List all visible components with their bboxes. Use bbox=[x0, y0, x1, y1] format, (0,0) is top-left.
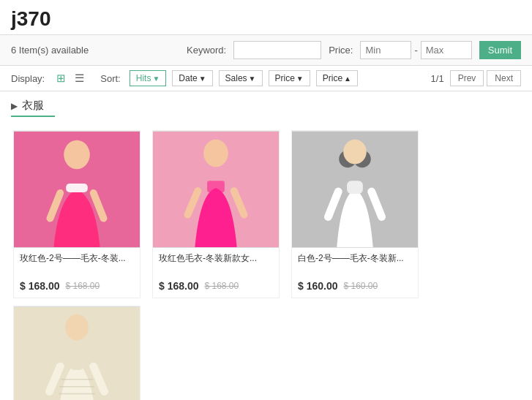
svg-rect-7 bbox=[207, 181, 225, 192]
product-info: 玫红色-2号——毛衣-冬装... $ 168.00 $ 168.00 bbox=[14, 248, 140, 298]
pagination: 1/1 Prev Next bbox=[431, 70, 521, 86]
next-page-button[interactable]: Next bbox=[487, 70, 521, 86]
keyword-label: Keyword: bbox=[187, 45, 226, 56]
product-info: 白色-2号——毛衣-冬装新... $ 160.00 $ 160.00 bbox=[292, 248, 418, 298]
category-underline bbox=[11, 116, 55, 117]
svg-point-14 bbox=[343, 140, 367, 165]
product-card[interactable]: 玫红色-2号——毛衣-冬装... $ 168.00 $ 168.00 bbox=[13, 130, 141, 298]
product-prices: $ 160.00 $ 160.00 bbox=[298, 280, 412, 292]
product-card[interactable]: 玫红色毛衣-冬装新款女... $ 168.00 $ 168.00 bbox=[152, 130, 280, 298]
display-icons: ⊞ ☰ bbox=[53, 70, 87, 86]
sort-price-desc-button[interactable]: Price ▲ bbox=[316, 70, 358, 86]
submit-button[interactable]: Sumit bbox=[479, 41, 521, 59]
product-image bbox=[14, 306, 140, 400]
product-card[interactable]: 白色-2号——毛衣-冬装新... $ 160.00 $ 160.00 bbox=[291, 130, 419, 298]
prev-page-button[interactable]: Prev bbox=[450, 70, 484, 86]
product-grid: 玫红色-2号——毛衣-冬装... $ 168.00 $ 168.00 玫红色毛衣… bbox=[0, 123, 532, 400]
product-image bbox=[14, 131, 140, 248]
available-count: 6 Item(s) available bbox=[11, 45, 89, 56]
page-title: j370 bbox=[11, 7, 521, 31]
svg-rect-2 bbox=[66, 184, 88, 192]
price-min-input[interactable] bbox=[360, 41, 411, 59]
category-name: 衣服 bbox=[22, 99, 44, 113]
sort-bar: Display: ⊞ ☰ Sort: Hits ▼ Date ▼ Sales ▼… bbox=[0, 66, 532, 91]
product-price: $ 168.00 bbox=[159, 280, 199, 292]
sort-label: Sort: bbox=[100, 73, 120, 84]
product-image bbox=[153, 131, 279, 248]
svg-point-19 bbox=[65, 314, 89, 341]
grid-view-icon[interactable]: ⊞ bbox=[53, 70, 69, 86]
product-original-price: $ 168.00 bbox=[205, 281, 239, 291]
page-info: 1/1 bbox=[431, 73, 444, 84]
price-separator: - bbox=[414, 45, 417, 56]
svg-rect-15 bbox=[347, 181, 363, 194]
product-name: 白色-2号——毛衣-冬装新... bbox=[298, 252, 412, 276]
product-prices: $ 168.00 $ 168.00 bbox=[20, 280, 134, 292]
price-range: - bbox=[360, 41, 471, 59]
category-expand-icon[interactable]: ▶ bbox=[11, 101, 18, 111]
svg-point-6 bbox=[203, 140, 228, 167]
price-label: Price: bbox=[329, 45, 353, 56]
product-name: 玫红色-2号——毛衣-冬装... bbox=[20, 252, 134, 276]
product-price: $ 160.00 bbox=[298, 280, 338, 292]
keyword-input[interactable] bbox=[233, 41, 321, 59]
product-info: 玫红色毛衣-冬装新款女... $ 168.00 $ 168.00 bbox=[153, 248, 279, 298]
page-header: j370 bbox=[0, 0, 532, 34]
product-prices: $ 168.00 $ 168.00 bbox=[159, 280, 273, 292]
display-label: Display: bbox=[11, 73, 45, 84]
sort-sales-button[interactable]: Sales ▼ bbox=[219, 70, 263, 86]
product-image bbox=[292, 131, 418, 248]
product-name: 玫红色毛衣-冬装新款女... bbox=[159, 252, 273, 276]
sort-price-asc-button[interactable]: Price ▼ bbox=[269, 70, 310, 86]
sort-date-button[interactable]: Date ▼ bbox=[172, 70, 212, 86]
product-original-price: $ 168.00 bbox=[66, 281, 100, 291]
list-view-icon[interactable]: ☰ bbox=[72, 70, 87, 86]
svg-rect-20 bbox=[70, 355, 84, 370]
product-card[interactable]: 米色毛衣-冬装新款女装.. $ 168.00 $ 168.00 bbox=[13, 306, 141, 400]
svg-point-1 bbox=[64, 140, 90, 170]
sort-hits-button[interactable]: Hits ▼ bbox=[130, 70, 167, 86]
product-original-price: $ 160.00 bbox=[344, 281, 378, 291]
category-row: ▶ 衣服 bbox=[0, 91, 532, 116]
product-price: $ 168.00 bbox=[20, 280, 60, 292]
price-max-input[interactable] bbox=[421, 41, 472, 59]
search-bar: 6 Item(s) available Keyword: Price: - Su… bbox=[0, 34, 532, 66]
